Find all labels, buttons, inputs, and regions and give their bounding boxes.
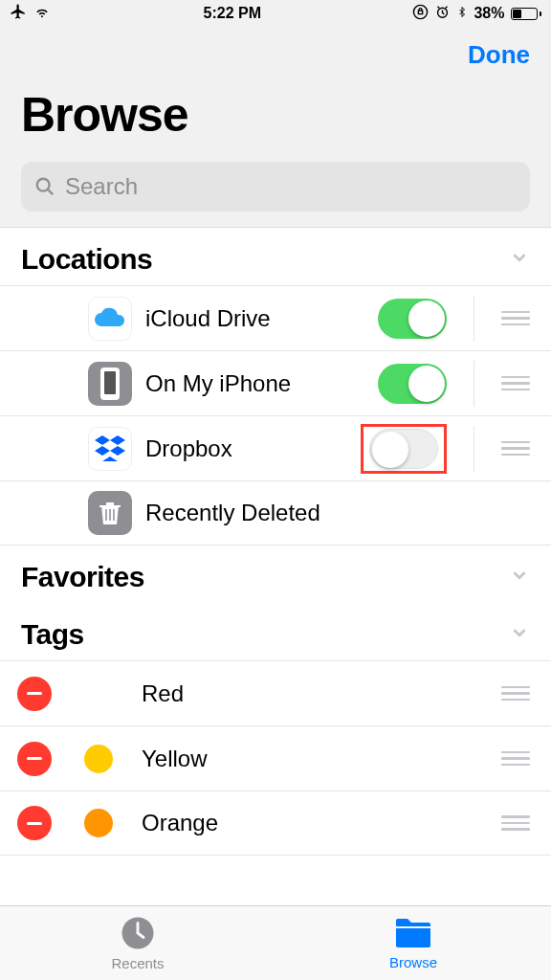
location-label: On My iPhone [145,370,364,397]
search-placeholder: Search [65,173,138,200]
done-button[interactable]: Done [468,40,530,70]
chevron-down-icon [509,247,530,272]
reorder-handle[interactable] [501,751,530,767]
reorder-handle[interactable] [501,815,530,831]
location-row-icloud: iCloud Drive [0,285,551,350]
location-label: Recently Deleted [145,500,530,526]
tag-row-yellow: Yellow [0,725,551,791]
orientation-lock-icon [412,4,429,24]
svg-point-0 [414,5,428,18]
battery-icon [511,8,542,20]
page-title: Browse [21,87,530,143]
location-label: iCloud Drive [145,305,364,332]
tag-label: Yellow [142,746,488,772]
svg-point-2 [37,179,50,191]
delete-button[interactable] [17,806,52,840]
locations-title: Locations [21,243,152,276]
tag-color-dot [84,679,113,708]
tag-label: Orange [142,810,488,836]
status-bar: 5:22 PM 38% [0,0,551,27]
chevron-down-icon [509,565,530,590]
reorder-handle[interactable] [501,441,530,457]
airplane-mode-icon [10,3,27,24]
favorites-title: Favorites [21,561,144,593]
folder-icon [394,917,432,952]
status-time: 5:22 PM [204,5,261,22]
tag-row-red: Red [0,660,551,725]
dropbox-icon [88,427,132,471]
search-icon [34,176,55,197]
tab-browse[interactable]: Browse [276,906,551,980]
favorites-header[interactable]: Favorites [0,546,551,603]
dropbox-toggle-highlight [361,424,447,474]
iphone-icon [88,362,132,406]
tag-label: Red [142,680,488,707]
reorder-handle[interactable] [501,376,530,391]
reorder-handle[interactable] [501,686,530,702]
reorder-handle[interactable] [501,311,530,326]
tab-label: Recents [111,955,164,971]
dropbox-toggle[interactable] [369,429,438,469]
delete-button[interactable] [17,677,52,711]
location-row-iphone: On My iPhone [0,350,551,415]
header: Done Browse Search [0,27,551,228]
tag-row-orange: Orange [0,791,551,856]
icloud-icon [88,297,132,341]
tab-bar: Recents Browse [0,905,551,980]
location-row-recently-deleted: Recently Deleted [0,480,551,546]
search-input[interactable]: Search [21,162,530,212]
icloud-toggle[interactable] [378,299,447,339]
tags-title: Tags [21,618,84,651]
chevron-down-icon [509,622,530,647]
wifi-icon [33,4,52,23]
tags-header[interactable]: Tags [0,603,551,660]
delete-button[interactable] [17,742,52,776]
iphone-toggle[interactable] [378,364,447,404]
tag-color-dot [84,745,113,773]
location-row-dropbox: Dropbox [0,415,551,480]
tab-recents[interactable]: Recents [0,906,276,980]
tag-color-dot [84,809,113,837]
locations-header[interactable]: Locations [0,228,551,285]
clock-icon [121,916,155,953]
battery-percentage: 38% [474,5,504,22]
bluetooth-icon [456,4,468,24]
alarm-icon [434,4,451,24]
tab-label: Browse [389,954,437,970]
location-label: Dropbox [145,435,347,462]
trash-icon [88,491,132,535]
